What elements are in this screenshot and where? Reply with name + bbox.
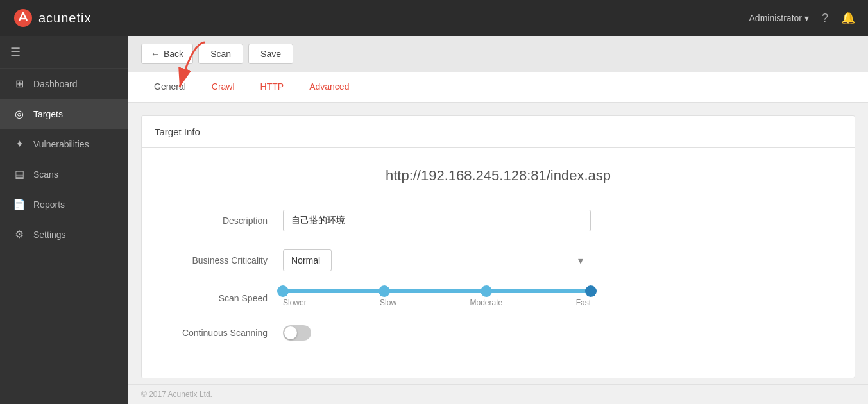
sidebar-item-dashboard[interactable]: ⊞ Dashboard bbox=[0, 69, 128, 99]
logo: acunetix bbox=[13, 8, 92, 28]
vulnerabilities-icon: ✦ bbox=[13, 138, 26, 150]
admin-menu[interactable]: Administrator ▾ bbox=[749, 13, 809, 23]
sidebar-label-settings: Settings bbox=[33, 230, 66, 240]
sidebar-label-reports: Reports bbox=[33, 199, 65, 210]
tab-http[interactable]: HTTP bbox=[248, 72, 297, 102]
logo-icon bbox=[13, 8, 33, 28]
slider-track bbox=[283, 289, 591, 293]
footer: © 2017 Acunetix Ltd. bbox=[128, 384, 868, 404]
card-body: http://192.168.245.128:81/index.asp Desc… bbox=[142, 148, 855, 378]
settings-icon: ⚙ bbox=[13, 228, 26, 240]
sidebar: ☰ ⊞ Dashboard ◎ Targets ✦ Vulnerabilitie… bbox=[0, 36, 128, 404]
slider-thumb-1[interactable] bbox=[379, 285, 390, 297]
slider-fill bbox=[283, 289, 591, 293]
targets-icon: ◎ bbox=[13, 108, 26, 120]
admin-label: Administrator bbox=[749, 13, 802, 23]
slider-label-slower: Slower bbox=[283, 298, 307, 307]
tab-advanced[interactable]: Advanced bbox=[296, 72, 362, 102]
header: acunetix Administrator ▾ ? 🔔 bbox=[0, 0, 868, 36]
target-info-card: Target Info http://192.168.245.128:81/in… bbox=[141, 115, 855, 378]
layout: ☰ ⊞ Dashboard ◎ Targets ✦ Vulnerabilitie… bbox=[0, 36, 868, 404]
header-right: Administrator ▾ ? 🔔 bbox=[749, 11, 855, 25]
sidebar-label-scans: Scans bbox=[33, 169, 58, 180]
sidebar-label-vulnerabilities: Vulnerabilities bbox=[33, 139, 89, 149]
toggle-knob bbox=[284, 326, 297, 339]
notification-icon[interactable]: 🔔 bbox=[841, 11, 855, 25]
content: Target Info http://192.168.245.128:81/in… bbox=[128, 103, 868, 384]
sidebar-item-vulnerabilities[interactable]: ✦ Vulnerabilities bbox=[0, 129, 128, 159]
sidebar-item-targets[interactable]: ◎ Targets bbox=[0, 99, 128, 129]
copyright: © 2017 Acunetix Ltd. bbox=[141, 390, 212, 399]
back-arrow-icon: ← bbox=[151, 49, 160, 59]
slider-labels: Slower Slow Moderate Fast bbox=[283, 298, 591, 307]
card-title: Target Info bbox=[155, 126, 200, 137]
main: ← Back Scan Save General Crawl HTTP Adva… bbox=[128, 36, 868, 404]
back-label: Back bbox=[164, 49, 183, 59]
scan-label: Scan bbox=[210, 49, 231, 59]
back-button[interactable]: ← Back bbox=[141, 44, 193, 64]
reports-icon: 📄 bbox=[13, 198, 26, 210]
slider-label-moderate: Moderate bbox=[470, 298, 503, 307]
save-button[interactable]: Save bbox=[248, 44, 293, 64]
slider-label-slow: Slow bbox=[380, 298, 396, 307]
sidebar-item-settings[interactable]: ⚙ Settings bbox=[0, 219, 128, 249]
tabs: General Crawl HTTP Advanced bbox=[128, 72, 868, 103]
dashboard-icon: ⊞ bbox=[13, 78, 26, 90]
business-criticality-select[interactable]: Normal Low Medium High Critical bbox=[283, 249, 332, 271]
tab-crawl[interactable]: Crawl bbox=[199, 72, 248, 102]
continuous-scanning-row: Continuous Scanning bbox=[167, 325, 829, 341]
slider-thumb-0[interactable] bbox=[277, 285, 289, 297]
continuous-scanning-label: Continuous Scanning bbox=[167, 328, 283, 338]
slider-label-fast: Fast bbox=[576, 298, 591, 307]
scan-speed-slider-container: Slower Slow Moderate Fast bbox=[283, 289, 591, 307]
sidebar-label-dashboard: Dashboard bbox=[33, 79, 78, 89]
toolbar: ← Back Scan Save bbox=[128, 36, 868, 72]
description-label: Description bbox=[167, 215, 283, 226]
tab-general[interactable]: General bbox=[141, 72, 199, 102]
description-row: Description bbox=[167, 210, 829, 231]
sidebar-toggle[interactable]: ☰ bbox=[0, 36, 128, 69]
scan-speed-row: Scan Speed Slower Slow bbox=[167, 289, 829, 307]
slider-thumb-3[interactable] bbox=[585, 285, 597, 297]
description-input[interactable] bbox=[283, 210, 591, 231]
sidebar-item-reports[interactable]: 📄 Reports bbox=[0, 189, 128, 219]
target-url: http://192.168.245.128:81/index.asp bbox=[167, 167, 829, 184]
admin-arrow: ▾ bbox=[804, 13, 809, 23]
save-label: Save bbox=[260, 49, 281, 59]
scan-speed-label: Scan Speed bbox=[167, 293, 283, 303]
sidebar-item-scans[interactable]: ▤ Scans bbox=[0, 159, 128, 189]
scan-button[interactable]: Scan bbox=[198, 44, 243, 64]
business-criticality-label: Business Criticality bbox=[167, 255, 283, 265]
sidebar-label-targets: Targets bbox=[33, 109, 63, 119]
card-header: Target Info bbox=[142, 116, 855, 148]
slider-thumb-2[interactable] bbox=[481, 285, 492, 297]
logo-text: acunetix bbox=[38, 11, 92, 26]
continuous-scanning-toggle[interactable] bbox=[283, 325, 311, 341]
business-criticality-select-wrapper: Normal Low Medium High Critical bbox=[283, 249, 591, 271]
scans-icon: ▤ bbox=[13, 168, 26, 180]
help-icon[interactable]: ? bbox=[822, 12, 828, 25]
business-criticality-row: Business Criticality Normal Low Medium H… bbox=[167, 249, 829, 271]
